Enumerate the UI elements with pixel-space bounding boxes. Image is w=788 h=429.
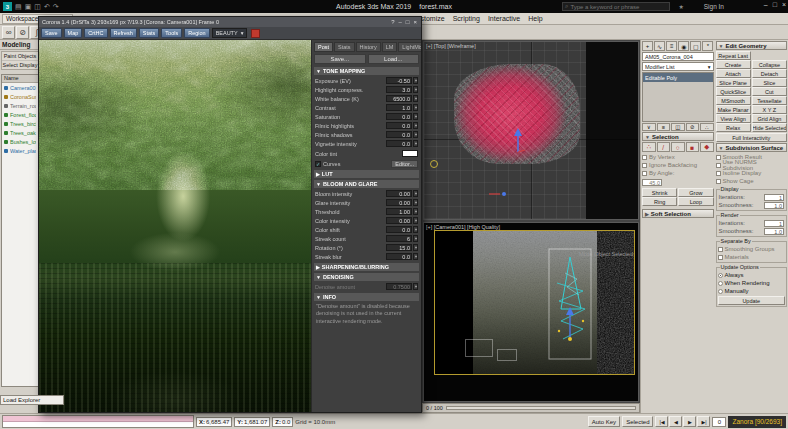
vfb-toolbar-button[interactable]: Stats	[139, 28, 160, 38]
panel-button[interactable]: QuickSlice	[716, 87, 751, 96]
angle-value-field[interactable]: 45.0	[642, 179, 662, 186]
value-spinner[interactable]	[413, 253, 418, 260]
scene-explorer-header[interactable]: Name	[2, 75, 38, 83]
radio-row[interactable]: Manually	[718, 287, 786, 295]
value-spinner[interactable]	[413, 95, 418, 102]
stop-render-button[interactable]	[251, 29, 260, 38]
modifier-stack-entry[interactable]: Editable Poly	[643, 73, 713, 82]
select-display-button[interactable]: Select Display	[2, 61, 38, 69]
scene-explorer-item[interactable]: Trees_birch	[2, 119, 38, 128]
curves-checkbox[interactable]: ✓	[315, 161, 321, 167]
playback-button[interactable]: ▶	[683, 416, 696, 427]
setting-value-field[interactable]: 0.00	[386, 217, 412, 224]
panel-button[interactable]: Repeat Last	[716, 51, 751, 60]
checkbox[interactable]	[716, 163, 721, 168]
open-file-icon[interactable]: ▣	[25, 3, 32, 11]
checkbox-row[interactable]: Ignore Backfacing	[642, 161, 714, 169]
group-value-field[interactable]: 1	[764, 194, 784, 201]
scene-explorer-item[interactable]: Forest_floor	[2, 110, 38, 119]
setting-value-field[interactable]: 0.0	[386, 113, 412, 120]
configure-modifier-sets-icon[interactable]: ∴	[700, 123, 714, 131]
current-frame-field[interactable]: 0	[712, 417, 726, 427]
bloom-glare-section-header[interactable]: ▼ BLOOM AND GLARE	[314, 180, 419, 188]
color-tint-swatch[interactable]	[402, 150, 418, 157]
tone-mapping-section-header[interactable]: ▼ TONE MAPPING	[314, 67, 419, 75]
value-spinner[interactable]	[413, 131, 418, 138]
scene-explorer-item[interactable]: Camera001	[2, 83, 38, 92]
checkbox-row[interactable]: Materials	[718, 253, 786, 261]
time-slider-track[interactable]	[446, 406, 636, 410]
panel-button[interactable]: Tessellate	[752, 96, 787, 105]
new-file-icon[interactable]: ▤	[15, 3, 22, 11]
panel-button[interactable]: Attach	[716, 69, 751, 78]
save-icon[interactable]: ◫	[34, 3, 41, 11]
camera-viewport-label[interactable]: [+] [Camera001] [High Quality]	[426, 224, 500, 230]
setting-value-field[interactable]: -0.50	[386, 77, 412, 84]
top-viewport-label[interactable]: [+] [Top] [Wireframe]	[426, 43, 476, 49]
vfb-close-button[interactable]: ×	[412, 19, 418, 25]
panel-button[interactable]: View Align	[716, 114, 751, 123]
setting-value-field[interactable]: 6500.0	[386, 95, 412, 102]
sign-in-link[interactable]: Sign In	[704, 3, 724, 10]
value-spinner[interactable]	[413, 77, 418, 84]
radio-button[interactable]	[718, 289, 723, 294]
setting-value-field[interactable]: 0.7500	[386, 283, 412, 290]
selection-rollout-header[interactable]: ▼ Selection	[642, 132, 714, 141]
group-value-field[interactable]: 1.0	[764, 228, 784, 235]
panel-button[interactable]: Relax	[716, 123, 751, 132]
ribbon-tab-modeling[interactable]: Modeling	[0, 40, 40, 50]
modifier-list-dropdown[interactable]: Modifier List ▾	[642, 62, 714, 71]
remove-modifier-icon[interactable]: ⊘	[686, 123, 700, 131]
panel-button[interactable]: Slice	[752, 78, 787, 87]
minimize-button[interactable]: –	[764, 1, 768, 8]
scene-explorer-item[interactable]: Water_plane	[2, 146, 38, 155]
checkbox[interactable]	[716, 171, 721, 176]
vfb-toolbar-button[interactable]: CrtHC	[84, 28, 107, 38]
paint-objects-button[interactable]: Paint Objects	[2, 52, 38, 61]
radio-row[interactable]: When Rendering	[718, 279, 786, 287]
value-spinner[interactable]	[413, 244, 418, 251]
setting-value-field[interactable]: 1.0	[386, 104, 412, 111]
group-value-field[interactable]: 1	[764, 220, 784, 227]
vfb-toolbar-button[interactable]: Refresh	[110, 28, 137, 38]
panel-button[interactable]: Cut	[752, 87, 787, 96]
scattered-tree-wireframe[interactable]	[543, 243, 605, 367]
panel-button[interactable]: Loop	[678, 197, 713, 206]
panel-button[interactable]: X Y Z	[752, 105, 787, 114]
redo-icon[interactable]: ↷	[53, 3, 59, 11]
vfb-save-settings-button[interactable]: Save...	[314, 54, 366, 64]
value-spinner[interactable]	[413, 235, 418, 242]
radio-button[interactable]	[718, 273, 723, 278]
value-spinner[interactable]	[413, 190, 418, 197]
vfb-settings-tab[interactable]: LightMix	[398, 42, 421, 52]
panel-button[interactable]: Grow	[678, 188, 713, 197]
checkbox[interactable]	[716, 179, 721, 184]
panel-button[interactable]: Slice Plane	[716, 78, 751, 87]
scene-explorer-item[interactable]: Terrain_rock	[2, 101, 38, 110]
load-explorer-bar[interactable]: Load Explorer	[0, 395, 64, 405]
vfb-settings-tab[interactable]: Stats	[334, 42, 355, 52]
scene-explorer-item[interactable]: Trees_oak	[2, 128, 38, 137]
scene-explorer-item[interactable]: CoronaSun01	[2, 92, 38, 101]
value-spinner[interactable]	[413, 199, 418, 206]
subdivision-surface-rollout-header[interactable]: ▼ Subdivision Surface	[716, 143, 788, 152]
setting-value-field[interactable]: 0.0	[386, 253, 412, 260]
menu-item[interactable]: Scripting	[449, 15, 484, 22]
setting-value-field[interactable]: 1.00	[386, 208, 412, 215]
camera-viewport[interactable]: [+] [Camera001] [High Quality] Mode Obje…	[423, 222, 639, 402]
rendered-forest-image[interactable]	[39, 40, 311, 412]
setting-value-field[interactable]: 6	[386, 235, 412, 242]
checkbox[interactable]	[642, 163, 647, 168]
value-spinner[interactable]	[413, 86, 418, 93]
help-search-box[interactable]: ⌕	[562, 2, 670, 11]
listener-script-row[interactable]	[3, 422, 193, 427]
checkbox[interactable]	[718, 247, 723, 252]
setting-value-field[interactable]: 0.0	[386, 122, 412, 129]
edge-mode-icon[interactable]: /	[657, 142, 671, 152]
element-mode-icon[interactable]: ◆	[700, 142, 714, 152]
playback-button[interactable]: |◀	[655, 416, 668, 427]
scene-explorer-item[interactable]: Bushes_low	[2, 137, 38, 146]
value-spinner[interactable]	[413, 217, 418, 224]
update-button[interactable]: Update	[718, 296, 786, 305]
checkbox-row[interactable]: Smoothing Groups	[718, 245, 786, 253]
